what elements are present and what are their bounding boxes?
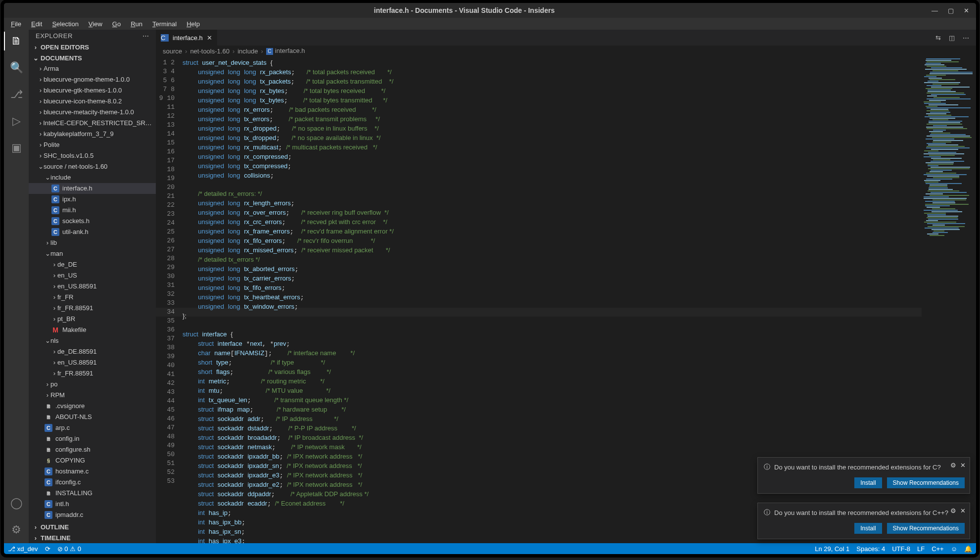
problems-indicator[interactable]: ⊘ 0 ⚠ 0 xyxy=(57,545,81,553)
minimize-icon[interactable]: — xyxy=(932,7,938,14)
tree-item[interactable]: ›Arma xyxy=(29,63,156,74)
tree-item[interactable]: Cipmaddr.c xyxy=(29,510,156,520)
split-editor-icon[interactable]: ◫ xyxy=(949,34,955,42)
gear-icon[interactable]: ⚙ xyxy=(10,523,23,536)
install-button[interactable]: Install xyxy=(854,477,882,488)
menu-selection[interactable]: Selection xyxy=(48,19,82,29)
tree-item[interactable]: ›lib xyxy=(29,237,156,248)
outline-section[interactable]: ›OUTLINE xyxy=(29,521,156,532)
branch-indicator[interactable]: ⎇ xd_dev xyxy=(8,545,38,553)
workspace-section[interactable]: ⌄DOCUMENTS xyxy=(29,52,156,63)
indent-indicator[interactable]: Spaces: 4 xyxy=(856,545,885,553)
gear-icon[interactable]: ⚙ xyxy=(950,462,956,469)
tree-item[interactable]: ›kabylakeplatform_3_7_9 xyxy=(29,129,156,140)
tree-item[interactable]: ›RPM xyxy=(29,390,156,401)
breadcrumb[interactable]: source›net-tools-1.60›include›Cinterface… xyxy=(156,46,976,56)
tree-item[interactable]: ›bluecurve-gtk-themes-1.0.0 xyxy=(29,85,156,96)
tree-item[interactable]: ›de_DE xyxy=(29,259,156,270)
source-control-icon[interactable]: ⎇ xyxy=(10,88,23,101)
c-file-icon: C xyxy=(51,185,59,192)
tree-item[interactable]: ⌄include xyxy=(29,172,156,183)
tree-item[interactable]: Cinterface.h xyxy=(29,183,156,194)
show-recommendations-button[interactable]: Show Recommendations xyxy=(887,523,965,534)
show-recommendations-button[interactable]: Show Recommendations xyxy=(887,477,965,488)
tree-item[interactable]: Chostname.c xyxy=(29,466,156,477)
breadcrumb-item[interactable]: net-tools-1.60 xyxy=(190,47,230,55)
menu-view[interactable]: View xyxy=(85,19,106,29)
sidebar-title: EXPLORER xyxy=(36,32,73,40)
tree-item[interactable]: MMakefile xyxy=(29,325,156,335)
account-icon[interactable]: ◯ xyxy=(10,497,23,510)
tree-item[interactable]: Csockets.h xyxy=(29,216,156,227)
info-icon: ⓘ xyxy=(764,463,770,471)
tree-item[interactable]: Cifconfig.c xyxy=(29,477,156,488)
title-bar: interface.h - Documents - Visual Studio … xyxy=(4,3,976,18)
tab-interface-h[interactable]: C interface.h ✕ xyxy=(156,30,218,46)
tree-item[interactable]: ›fr_FR.88591 xyxy=(29,368,156,379)
tree-item[interactable]: ›en_US.88591 xyxy=(29,281,156,292)
maximize-icon[interactable]: ▢ xyxy=(948,7,954,14)
compare-icon[interactable]: ⇆ xyxy=(935,34,941,42)
notification-popup: ⚙✕ⓘDo you want to install the recommende… xyxy=(757,457,970,494)
cursor-position[interactable]: Ln 29, Col 1 xyxy=(815,545,849,553)
breadcrumb-item[interactable]: source xyxy=(163,47,182,55)
tree-item[interactable]: ›en_US xyxy=(29,270,156,281)
search-icon[interactable]: 🔍 xyxy=(10,61,23,74)
menu-help[interactable]: Help xyxy=(183,19,204,29)
eol-indicator[interactable]: LF xyxy=(917,545,925,553)
tree-item[interactable]: §COPYING xyxy=(29,455,156,466)
tree-item[interactable]: ›de_DE.88591 xyxy=(29,346,156,357)
breadcrumb-item[interactable]: include xyxy=(237,47,258,55)
debug-icon[interactable]: ▷ xyxy=(10,115,23,128)
menu-edit[interactable]: Edit xyxy=(27,19,46,29)
menu-terminal[interactable]: Terminal xyxy=(148,19,181,29)
feedback-icon[interactable]: ☺ xyxy=(951,545,957,553)
close-icon[interactable]: ✕ xyxy=(960,507,966,514)
c-file-icon: C xyxy=(45,424,52,432)
open-editors-section[interactable]: ›OPEN EDITORS xyxy=(29,42,156,52)
menu-go[interactable]: Go xyxy=(108,19,125,29)
menu-run[interactable]: Run xyxy=(127,19,146,29)
menu-file[interactable]: File xyxy=(7,19,25,29)
tree-item[interactable]: Cintl.h xyxy=(29,499,156,510)
tree-item[interactable]: ⌄source / net-tools-1.60 xyxy=(29,161,156,172)
breadcrumb-item[interactable]: Cinterface.h xyxy=(266,47,305,55)
tree-item[interactable]: Cipx.h xyxy=(29,194,156,205)
tree-item[interactable]: ›en_US.88591 xyxy=(29,357,156,368)
info-icon: ⓘ xyxy=(764,508,770,517)
tree-item[interactable]: ›pt_BR xyxy=(29,314,156,325)
tree-item[interactable]: ›IntelCE-CEFDK_RESTRICTED_SRC-4... xyxy=(29,118,156,129)
more-actions-icon[interactable]: ⋯ xyxy=(963,34,969,42)
tree-item[interactable]: 🗎config.in xyxy=(29,433,156,444)
install-button[interactable]: Install xyxy=(854,523,882,534)
close-tab-icon[interactable]: ✕ xyxy=(207,34,212,42)
timeline-section[interactable]: ›TIMELINE xyxy=(29,532,156,543)
encoding-indicator[interactable]: UTF-8 xyxy=(892,545,910,553)
more-icon[interactable]: ⋯ xyxy=(142,32,149,40)
close-icon[interactable]: ✕ xyxy=(964,7,969,14)
close-icon[interactable]: ✕ xyxy=(960,462,966,469)
tree-item[interactable]: Carp.c xyxy=(29,422,156,433)
notifications-icon[interactable]: 🔔 xyxy=(964,545,972,553)
tree-item[interactable]: ⌄nls xyxy=(29,335,156,346)
tree-item[interactable]: ›SHC_tools.v1.0.5 xyxy=(29,150,156,161)
tree-item[interactable]: ›fr_FR xyxy=(29,292,156,303)
tree-item[interactable]: ›po xyxy=(29,379,156,390)
gear-icon[interactable]: ⚙ xyxy=(950,507,956,514)
extensions-icon[interactable]: ▣ xyxy=(10,141,23,154)
tree-item[interactable]: 🗎configure.sh xyxy=(29,444,156,455)
tree-item[interactable]: ›bluecurve-metacity-theme-1.0.0 xyxy=(29,107,156,118)
tree-item[interactable]: Cutil-ank.h xyxy=(29,227,156,237)
tree-item[interactable]: ›bluecurve-icon-theme-8.0.2 xyxy=(29,96,156,107)
tree-item[interactable]: ›Polite xyxy=(29,140,156,150)
tree-item[interactable]: ›bluecurve-gnome-theme-1.0.0 xyxy=(29,74,156,85)
tree-item[interactable]: 🗎INSTALLING xyxy=(29,488,156,499)
tree-item[interactable]: ›fr_FR.88591 xyxy=(29,303,156,314)
explorer-icon[interactable]: 🗎 xyxy=(10,35,23,47)
sync-icon[interactable]: ⟳ xyxy=(45,545,50,553)
language-mode[interactable]: C++ xyxy=(932,545,944,553)
tree-item[interactable]: Cmii.h xyxy=(29,205,156,216)
tree-item[interactable]: 🗎ABOUT-NLS xyxy=(29,412,156,422)
tree-item[interactable]: ⌄man xyxy=(29,248,156,259)
tree-item[interactable]: 🗎.cvsignore xyxy=(29,401,156,412)
